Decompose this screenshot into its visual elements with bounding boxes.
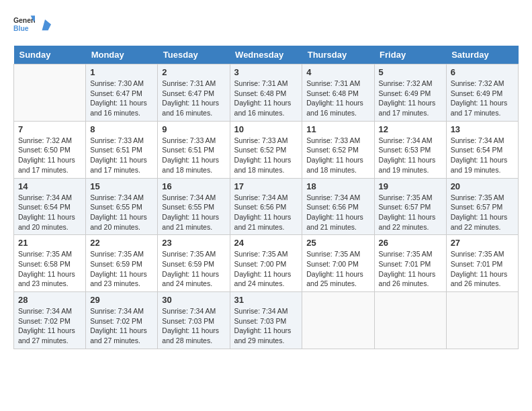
- day-number: 15: [90, 181, 153, 191]
- calendar-cell: 5Sunrise: 7:32 AMSunset: 6:49 PMDaylight…: [374, 64, 446, 122]
- day-info: Sunrise: 7:34 AMSunset: 6:54 PMDaylight:…: [18, 193, 81, 232]
- day-number: 19: [379, 181, 442, 191]
- calendar-cell: 12Sunrise: 7:34 AMSunset: 6:53 PMDayligh…: [374, 121, 446, 178]
- day-number: 16: [162, 181, 225, 191]
- day-info: Sunrise: 7:34 AMSunset: 7:03 PMDaylight:…: [234, 306, 298, 346]
- calendar-week-row: 1Sunrise: 7:30 AMSunset: 6:47 PMDaylight…: [14, 64, 519, 122]
- day-number: 4: [306, 67, 369, 77]
- day-number: 6: [451, 67, 514, 77]
- calendar-cell: 31Sunrise: 7:34 AMSunset: 7:03 PMDayligh…: [230, 292, 302, 349]
- day-info: Sunrise: 7:35 AMSunset: 7:00 PMDaylight:…: [306, 249, 369, 289]
- calendar-cell: 30Sunrise: 7:34 AMSunset: 7:03 PMDayligh…: [158, 292, 230, 349]
- day-info: Sunrise: 7:35 AMSunset: 6:59 PMDaylight:…: [162, 249, 225, 289]
- day-info: Sunrise: 7:34 AMSunset: 7:02 PMDaylight:…: [90, 306, 153, 346]
- svg-text:Blue: Blue: [13, 25, 29, 32]
- day-of-week-header: Tuesday: [158, 46, 230, 64]
- calendar-cell: 2Sunrise: 7:31 AMSunset: 6:47 PMDaylight…: [158, 64, 230, 122]
- calendar-cell: 28Sunrise: 7:34 AMSunset: 7:02 PMDayligh…: [14, 292, 86, 349]
- calendar-week-row: 21Sunrise: 7:35 AMSunset: 6:58 PMDayligh…: [14, 235, 519, 292]
- day-info: Sunrise: 7:34 AMSunset: 6:56 PMDaylight:…: [306, 193, 369, 232]
- day-info: Sunrise: 7:32 AMSunset: 6:49 PMDaylight:…: [379, 79, 442, 118]
- day-number: 10: [234, 124, 298, 134]
- logo: General Blue: [13, 13, 51, 35]
- calendar-cell: [374, 292, 446, 349]
- day-info: Sunrise: 7:31 AMSunset: 6:48 PMDaylight:…: [234, 79, 298, 118]
- calendar-cell: 17Sunrise: 7:34 AMSunset: 6:56 PMDayligh…: [230, 178, 302, 235]
- day-number: 9: [162, 124, 225, 134]
- logo-icon: General Blue: [13, 13, 35, 35]
- day-number: 13: [451, 124, 514, 134]
- calendar-cell: 13Sunrise: 7:34 AMSunset: 6:54 PMDayligh…: [446, 121, 518, 178]
- day-number: 25: [306, 238, 369, 248]
- calendar-cell: [14, 64, 86, 122]
- calendar-cell: 22Sunrise: 7:35 AMSunset: 6:59 PMDayligh…: [86, 235, 158, 292]
- svg-text:General: General: [13, 17, 35, 24]
- day-number: 17: [234, 181, 298, 191]
- svg-marker-3: [42, 19, 52, 30]
- calendar-cell: 26Sunrise: 7:35 AMSunset: 7:01 PMDayligh…: [374, 235, 446, 292]
- day-number: 20: [451, 181, 514, 191]
- calendar-week-row: 14Sunrise: 7:34 AMSunset: 6:54 PMDayligh…: [14, 178, 519, 235]
- page-header: General Blue: [13, 13, 519, 35]
- day-info: Sunrise: 7:35 AMSunset: 7:01 PMDaylight:…: [451, 249, 514, 289]
- day-number: 28: [18, 295, 81, 305]
- day-info: Sunrise: 7:34 AMSunset: 6:55 PMDaylight:…: [90, 193, 153, 232]
- day-of-week-header: Monday: [86, 46, 158, 64]
- day-number: 2: [162, 67, 225, 77]
- calendar-cell: 25Sunrise: 7:35 AMSunset: 7:00 PMDayligh…: [302, 235, 374, 292]
- calendar-cell: 16Sunrise: 7:34 AMSunset: 6:55 PMDayligh…: [158, 178, 230, 235]
- day-number: 30: [162, 295, 225, 305]
- calendar-cell: 29Sunrise: 7:34 AMSunset: 7:02 PMDayligh…: [86, 292, 158, 349]
- day-number: 7: [18, 124, 81, 134]
- calendar-cell: 23Sunrise: 7:35 AMSunset: 6:59 PMDayligh…: [158, 235, 230, 292]
- calendar-cell: 8Sunrise: 7:33 AMSunset: 6:51 PMDaylight…: [86, 121, 158, 178]
- day-info: Sunrise: 7:30 AMSunset: 6:47 PMDaylight:…: [90, 79, 153, 118]
- day-info: Sunrise: 7:35 AMSunset: 7:00 PMDaylight:…: [234, 249, 298, 289]
- calendar-cell: [446, 292, 518, 349]
- day-info: Sunrise: 7:35 AMSunset: 6:59 PMDaylight:…: [90, 249, 153, 289]
- day-of-week-header: Friday: [374, 46, 446, 64]
- day-info: Sunrise: 7:33 AMSunset: 6:51 PMDaylight:…: [162, 136, 225, 175]
- day-info: Sunrise: 7:33 AMSunset: 6:52 PMDaylight:…: [306, 136, 369, 175]
- day-info: Sunrise: 7:34 AMSunset: 6:55 PMDaylight:…: [162, 193, 225, 232]
- day-number: 3: [234, 67, 298, 77]
- day-info: Sunrise: 7:33 AMSunset: 6:52 PMDaylight:…: [234, 136, 298, 175]
- calendar-week-row: 7Sunrise: 7:32 AMSunset: 6:50 PMDaylight…: [14, 121, 519, 178]
- day-info: Sunrise: 7:31 AMSunset: 6:48 PMDaylight:…: [306, 79, 369, 118]
- day-of-week-header: Thursday: [302, 46, 374, 64]
- calendar-cell: 10Sunrise: 7:33 AMSunset: 6:52 PMDayligh…: [230, 121, 302, 178]
- day-number: 5: [379, 67, 442, 77]
- day-number: 12: [379, 124, 442, 134]
- day-number: 31: [234, 295, 298, 305]
- calendar-cell: 24Sunrise: 7:35 AMSunset: 7:00 PMDayligh…: [230, 235, 302, 292]
- calendar-cell: 19Sunrise: 7:35 AMSunset: 6:57 PMDayligh…: [374, 178, 446, 235]
- calendar-cell: 6Sunrise: 7:32 AMSunset: 6:49 PMDaylight…: [446, 64, 518, 122]
- day-info: Sunrise: 7:34 AMSunset: 7:03 PMDaylight:…: [162, 306, 225, 346]
- calendar-cell: 15Sunrise: 7:34 AMSunset: 6:55 PMDayligh…: [86, 178, 158, 235]
- day-info: Sunrise: 7:33 AMSunset: 6:51 PMDaylight:…: [90, 136, 153, 175]
- day-number: 26: [379, 238, 442, 248]
- day-info: Sunrise: 7:34 AMSunset: 6:56 PMDaylight:…: [234, 193, 298, 232]
- calendar-cell: 27Sunrise: 7:35 AMSunset: 7:01 PMDayligh…: [446, 235, 518, 292]
- calendar-cell: 7Sunrise: 7:32 AMSunset: 6:50 PMDaylight…: [14, 121, 86, 178]
- calendar-cell: 20Sunrise: 7:35 AMSunset: 6:57 PMDayligh…: [446, 178, 518, 235]
- calendar-cell: 4Sunrise: 7:31 AMSunset: 6:48 PMDaylight…: [302, 64, 374, 122]
- day-info: Sunrise: 7:35 AMSunset: 6:57 PMDaylight:…: [379, 193, 442, 232]
- day-of-week-header: Saturday: [446, 46, 518, 64]
- day-number: 21: [18, 238, 81, 248]
- calendar-cell: 3Sunrise: 7:31 AMSunset: 6:48 PMDaylight…: [230, 64, 302, 122]
- calendar-cell: 21Sunrise: 7:35 AMSunset: 6:58 PMDayligh…: [14, 235, 86, 292]
- calendar-body: 1Sunrise: 7:30 AMSunset: 6:47 PMDaylight…: [14, 64, 519, 349]
- day-number: 27: [451, 238, 514, 248]
- day-info: Sunrise: 7:34 AMSunset: 6:54 PMDaylight:…: [451, 136, 514, 175]
- calendar-cell: [302, 292, 374, 349]
- day-info: Sunrise: 7:35 AMSunset: 7:01 PMDaylight:…: [379, 249, 442, 289]
- calendar-header-row: SundayMondayTuesdayWednesdayThursdayFrid…: [14, 46, 519, 64]
- day-info: Sunrise: 7:32 AMSunset: 6:49 PMDaylight:…: [451, 79, 514, 118]
- day-info: Sunrise: 7:31 AMSunset: 6:47 PMDaylight:…: [162, 79, 225, 118]
- calendar-week-row: 28Sunrise: 7:34 AMSunset: 7:02 PMDayligh…: [14, 292, 519, 349]
- calendar-cell: 18Sunrise: 7:34 AMSunset: 6:56 PMDayligh…: [302, 178, 374, 235]
- calendar-table: SundayMondayTuesdayWednesdayThursdayFrid…: [13, 46, 519, 349]
- logo-triangle-icon: [39, 19, 51, 32]
- day-of-week-header: Wednesday: [230, 46, 302, 64]
